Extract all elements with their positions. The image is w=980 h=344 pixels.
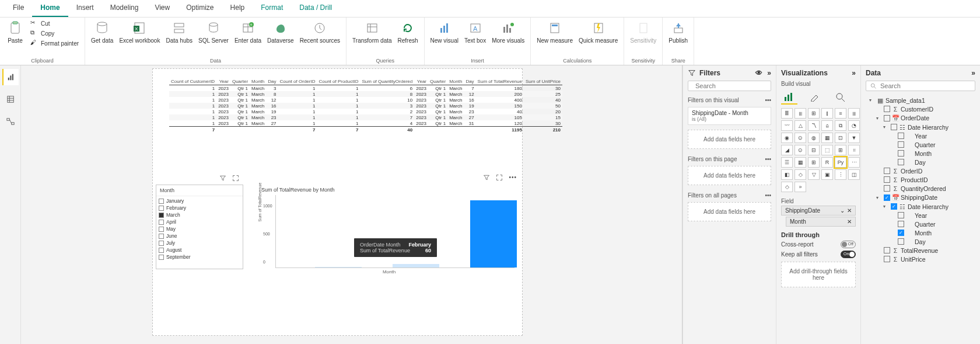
- table-row[interactable]: 12023Qtr 1March231172023Qtr 1March271051…: [169, 114, 562, 120]
- all-filters-dropzone[interactable]: Add data fields here: [688, 202, 771, 221]
- collapse-icon[interactable]: »: [767, 69, 771, 77]
- bar-march[interactable]: [470, 200, 517, 267]
- report-view-button[interactable]: [2, 69, 19, 85]
- more-options-icon[interactable]: •••: [509, 174, 517, 181]
- viz-type-12[interactable]: ◉: [781, 133, 793, 143]
- bar-chart-visual[interactable]: ••• Sum of TotalRevenue by Month Sum of …: [258, 185, 520, 275]
- viz-type-15[interactable]: ▦: [821, 133, 833, 143]
- viz-type-30[interactable]: ◧: [781, 169, 793, 180]
- viz-type-4[interactable]: ≡: [835, 108, 846, 119]
- viz-type-14[interactable]: ◍: [808, 133, 820, 143]
- field-year[interactable]: Year: [863, 131, 978, 140]
- field-day[interactable]: Day: [863, 237, 978, 246]
- checkbox-icon[interactable]: [884, 185, 890, 192]
- viz-type-28[interactable]: Py: [835, 157, 846, 168]
- viz-type-37[interactable]: »: [794, 182, 806, 192]
- table-row[interactable]: 12023Qtr 1March271142023Qtr 1March311203…: [169, 120, 562, 127]
- checkbox-icon[interactable]: ✓: [891, 203, 897, 210]
- paste-button[interactable]: Paste: [4, 19, 27, 45]
- data-hub-button[interactable]: Data hubs: [163, 19, 195, 45]
- month-slicer[interactable]: Month JanuaryFebruaryMarchAprilMayJuneJu…: [156, 185, 243, 269]
- bar-january[interactable]: [315, 267, 362, 267]
- new-visual-button[interactable]: New visual: [428, 19, 461, 45]
- remove-field-icon[interactable]: ✕: [847, 207, 852, 214]
- transform-data-button[interactable]: Transform data: [350, 19, 394, 45]
- dataverse-button[interactable]: Dataverse: [265, 19, 296, 45]
- sql-server-button[interactable]: SQL Server: [196, 19, 231, 45]
- table-row[interactable]: 12023Qtr 1March191122023Qtr 1March234020: [169, 109, 562, 114]
- field-year[interactable]: Year: [863, 211, 978, 220]
- viz-type-26[interactable]: ⊞: [808, 157, 820, 168]
- viz-type-22[interactable]: ⊞: [835, 145, 846, 155]
- menu-tab-help[interactable]: Help: [222, 0, 253, 17]
- viz-type-9[interactable]: ⩍: [821, 120, 833, 131]
- checkbox-icon[interactable]: ✓: [884, 194, 890, 201]
- checkbox-icon[interactable]: [898, 133, 904, 139]
- viz-type-32[interactable]: ▽: [808, 169, 820, 180]
- viz-type-2[interactable]: ⊞: [808, 108, 820, 119]
- menu-tab-file[interactable]: File: [5, 0, 32, 17]
- field-quarter[interactable]: Quarter: [863, 220, 978, 228]
- report-canvas[interactable]: Count of CustomerIDYearQuarterMonthDayCo…: [21, 65, 682, 344]
- enter-data-button[interactable]: +Enter data: [232, 19, 264, 45]
- checkbox-icon[interactable]: [898, 159, 904, 165]
- viz-type-16[interactable]: ⊡: [835, 133, 846, 143]
- filters-search-input[interactable]: [695, 82, 776, 89]
- chevron-icon[interactable]: ▾: [876, 116, 882, 121]
- checkbox-icon[interactable]: [898, 238, 904, 245]
- field-unitprice[interactable]: ΣUnitPrice: [863, 255, 978, 263]
- field-month[interactable]: Month: [863, 149, 978, 158]
- slicer-item-august[interactable]: August: [159, 246, 240, 253]
- menu-tab-modeling[interactable]: Modeling: [102, 0, 147, 17]
- format-painter-button[interactable]: 🖌Format painter: [28, 39, 81, 48]
- chevron-down-icon[interactable]: ⌄: [840, 207, 845, 214]
- field-sample-data1[interactable]: ▾▦Sample_data1: [863, 96, 978, 105]
- chevron-icon[interactable]: ▾: [883, 124, 889, 130]
- checkbox-icon[interactable]: [884, 256, 890, 262]
- field-shippingdate[interactable]: ▾✓📅ShippingDate: [863, 193, 978, 202]
- table-row[interactable]: 12023Qtr 1March31162023Qtr 1March718030: [169, 85, 562, 92]
- table-view-button[interactable]: [2, 91, 19, 107]
- viz-type-21[interactable]: ⬚: [821, 145, 833, 155]
- field-day[interactable]: Day: [863, 158, 978, 166]
- checkbox-icon[interactable]: [898, 212, 904, 218]
- recent-sources-button[interactable]: Recent sources: [298, 19, 342, 45]
- filter-icon[interactable]: [219, 175, 226, 182]
- field-date-hierarchy[interactable]: ▾☷Date Hierarchy: [863, 123, 978, 131]
- data-search-input[interactable]: [880, 82, 971, 89]
- field-orderid[interactable]: ΣOrderID: [863, 166, 978, 175]
- more-icon[interactable]: •••: [765, 97, 771, 103]
- viz-type-13[interactable]: ⊙: [794, 133, 806, 143]
- bar-february[interactable]: [393, 264, 439, 267]
- collapse-icon[interactable]: »: [971, 69, 975, 77]
- checkbox-icon[interactable]: [898, 221, 904, 227]
- slicer-item-june[interactable]: June: [159, 232, 240, 239]
- chevron-icon[interactable]: ▾: [876, 195, 882, 200]
- viz-type-19[interactable]: ⊙: [794, 145, 806, 155]
- chevron-icon[interactable]: ▾: [883, 204, 889, 209]
- table-visual[interactable]: Count of CustomerIDYearQuarterMonthDayCo…: [169, 78, 508, 133]
- checkbox-icon[interactable]: [884, 176, 890, 183]
- slicer-item-may[interactable]: May: [159, 225, 240, 232]
- quick-measure-button[interactable]: Quick measure: [576, 19, 620, 45]
- viz-type-33[interactable]: ▣: [821, 169, 833, 180]
- field-customerid[interactable]: ΣCustomerID: [863, 105, 978, 113]
- slicer-item-april[interactable]: April: [159, 218, 240, 225]
- viz-type-5[interactable]: ⫼: [848, 108, 860, 119]
- keep-filters-toggle[interactable]: On: [841, 251, 856, 258]
- slicer-item-february[interactable]: February: [159, 204, 240, 211]
- remove-field-icon[interactable]: ✕: [847, 218, 852, 225]
- menu-tab-view[interactable]: View: [146, 0, 178, 17]
- eye-icon[interactable]: 👁: [755, 69, 762, 77]
- page-filters-dropzone[interactable]: Add data fields here: [688, 166, 771, 185]
- checkbox-icon[interactable]: [898, 141, 904, 148]
- excel-button[interactable]: XExcel workbook: [117, 19, 162, 45]
- menu-tab-data-drill[interactable]: Data / Drill: [291, 0, 340, 17]
- viz-type-20[interactable]: ⊟: [808, 145, 820, 155]
- data-search[interactable]: [866, 81, 975, 91]
- more-visuals-button[interactable]: More visuals: [489, 19, 527, 45]
- viz-type-35[interactable]: ◫: [848, 169, 860, 180]
- more-icon[interactable]: •••: [765, 192, 771, 199]
- field-totalrevenue[interactable]: ΣTotalRevenue: [863, 246, 978, 255]
- viz-type-10[interactable]: ⧉: [835, 120, 846, 131]
